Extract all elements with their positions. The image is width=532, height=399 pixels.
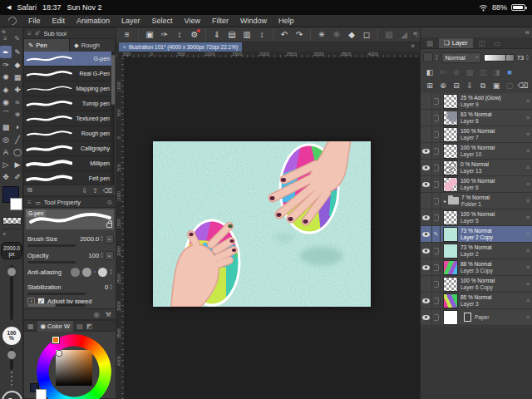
toolbox-edit-icon[interactable]: ✎ [14, 35, 20, 42]
fill-icon[interactable]: ◆ [346, 29, 357, 41]
color-set-tab-icon[interactable]: ▦ [27, 323, 34, 330]
back-to-app-label[interactable]: Safari [17, 3, 37, 12]
menu-help[interactable]: Help [278, 17, 294, 25]
airbrush-tool[interactable]: ✺ [0, 71, 12, 83]
layer-row-layer-2[interactable]: 73 % NormalLayer 2≡ [421, 243, 532, 259]
stabilization-value[interactable]: 0 [105, 283, 108, 291]
brush-item-turnip-pen[interactable]: Turnip pen [24, 96, 113, 111]
clip-cell[interactable] [431, 276, 441, 292]
layer-opacity-value[interactable]: 73 [517, 54, 524, 62]
layer-row-paper[interactable]: Paper≡ [421, 309, 532, 326]
layer-drag-handle[interactable]: ≡ [523, 281, 532, 287]
layer-color-icon[interactable]: ■ [504, 67, 515, 78]
menu-layer[interactable]: Layer [121, 17, 140, 25]
brush-item-g-pen[interactable]: G-pen [24, 52, 113, 66]
clip-cell[interactable] [431, 309, 441, 325]
layer-drag-handle[interactable]: ≡ [523, 98, 532, 104]
tool-property-eye-icon[interactable]: ⊙ [106, 199, 112, 206]
color-panel-sub-swatch[interactable] [36, 389, 47, 399]
layer-drag-handle[interactable]: ≡ [523, 248, 532, 254]
hand-tool[interactable]: ✥ [0, 170, 12, 183]
anti-aliasing-weak[interactable] [82, 268, 91, 277]
export-stepper-icon[interactable]: ↕ [256, 29, 268, 41]
auto-select-tool[interactable]: ✳ [12, 108, 23, 121]
tab-pen[interactable]: ✎ Pen [24, 39, 70, 52]
transfer-down-icon[interactable]: ⇩ [464, 81, 475, 91]
toolbox-menu-icon[interactable]: ≡ [3, 35, 7, 42]
clip-at-layer-icon[interactable]: ✄ [437, 67, 449, 78]
layer-row-layer-7[interactable]: 100 % NormalLayer 7≡ [421, 126, 532, 143]
blend-tool[interactable]: ◉ [0, 96, 12, 108]
panel-grid-icon[interactable]: ▦ [424, 37, 436, 48]
pen-tool[interactable]: ✒ [0, 46, 12, 58]
tool-property-menu-icon[interactable]: ≡ [27, 199, 32, 206]
save-icon[interactable]: ⇓ [211, 29, 223, 41]
menu-file[interactable]: File [28, 17, 41, 25]
delete-subtool-icon[interactable]: ⌫ [103, 187, 112, 195]
opacity-dynamics-button[interactable]: ⌄ [105, 251, 114, 260]
layer-property-tab-icon[interactable]: ◫ [476, 37, 488, 48]
visibility-toggle[interactable] [421, 165, 431, 170]
pencil-tool[interactable]: ✎ [12, 46, 23, 58]
layer-drag-handle[interactable]: ≡ [523, 165, 532, 170]
wrench-icon[interactable]: ⚒ [106, 311, 111, 318]
visibility-toggle[interactable] [421, 298, 431, 303]
lock-alpha-icon[interactable]: ▥ [464, 67, 475, 78]
redo-icon[interactable]: ↷ [293, 29, 305, 41]
canvas-viewport[interactable] [125, 58, 420, 399]
layer-drag-handle[interactable]: ≡ [523, 298, 532, 303]
new-vector-layer-icon[interactable]: ⊕ [437, 81, 449, 91]
export-icon[interactable]: ▥ [241, 29, 253, 41]
animation-tab-icon[interactable]: ▭ [491, 37, 503, 48]
lock-layer-icon[interactable]: ⊘ [451, 67, 462, 78]
eraser-tool[interactable]: ◆ [12, 58, 23, 71]
subtool-menu-icon[interactable]: ≡ [27, 30, 32, 37]
palette-color-box[interactable] [423, 52, 433, 62]
draft-layer-icon[interactable]: ◫ [477, 67, 489, 78]
fill-tool[interactable]: ◈ [0, 83, 12, 96]
eyedropper-tool[interactable]: ✐ [12, 170, 23, 183]
clip-cell[interactable] [431, 126, 441, 142]
duplicate-layer-icon[interactable]: ⧉ [477, 81, 489, 91]
open-file-icon[interactable]: ▤ [226, 29, 238, 41]
undo-icon[interactable]: ↶ [278, 29, 290, 41]
app-settings-icon[interactable]: ⚙ [189, 29, 200, 41]
saturation-value-square[interactable] [56, 350, 92, 386]
move-layer-tool[interactable]: ✚ [12, 83, 23, 96]
layer-row-layer-5[interactable]: 100 % NormalLayer 5≡ [421, 209, 532, 226]
clip-cell[interactable] [431, 259, 441, 275]
brush-item-textured-pen[interactable]: Textured pen [24, 111, 113, 126]
collapse-right-panel-icon[interactable]: « [525, 28, 530, 37]
brush-size-value[interactable]: 2000.0 [80, 235, 99, 243]
layer-drag-handle[interactable]: ≡ [523, 314, 532, 320]
share-icon[interactable]: ✑ [159, 29, 170, 41]
tool-property-scrollbar[interactable] [27, 303, 86, 307]
brush-list-scrollbar[interactable] [111, 52, 115, 186]
reset-tool-icon[interactable]: ◎ [94, 311, 100, 318]
balloon-tool[interactable]: ◗ [12, 121, 23, 133]
zoom-tool[interactable]: ◎ [0, 133, 12, 145]
color-wheel-tab[interactable]: ◉ Color W [37, 321, 74, 332]
opacity-slider-knob[interactable] [7, 350, 17, 360]
new-folder-icon[interactable]: ⊟ [451, 81, 462, 91]
visibility-toggle[interactable] [421, 249, 431, 254]
lock-icon[interactable] [106, 223, 112, 228]
delete-layer-icon[interactable]: ⌫ [517, 81, 529, 91]
ellipse-tool[interactable]: ◯ [12, 145, 23, 158]
transparent-color-swatch[interactable] [2, 217, 22, 224]
text-tool[interactable]: A [0, 145, 12, 158]
clip-cell[interactable] [431, 293, 441, 308]
anti-aliasing-strong[interactable] [98, 268, 107, 277]
clip-cell[interactable] [431, 193, 441, 209]
tab-list-chevron-icon[interactable]: ˅ [411, 42, 415, 50]
layer-drag-handle[interactable]: ≡ [523, 198, 532, 204]
blend-ref-icon[interactable]: ◧ [424, 67, 436, 78]
clip-cell[interactable] [431, 143, 441, 159]
layer-row-layer-3[interactable]: 85 % NormalLayer 3≡ [421, 293, 532, 309]
size-stepper-icon[interactable]: ↕ [174, 29, 185, 41]
layer-row-folder-1[interactable]: ▸7 % NormalFolder 1≡ [421, 193, 532, 209]
edge-keyboard-menu-icon[interactable]: ≡ [2, 231, 7, 237]
visibility-toggle[interactable] [421, 149, 431, 154]
rotate-canvas-button[interactable]: ↻ [2, 391, 22, 399]
blend-mode-dropdown[interactable]: Normal ˅ [441, 52, 481, 63]
